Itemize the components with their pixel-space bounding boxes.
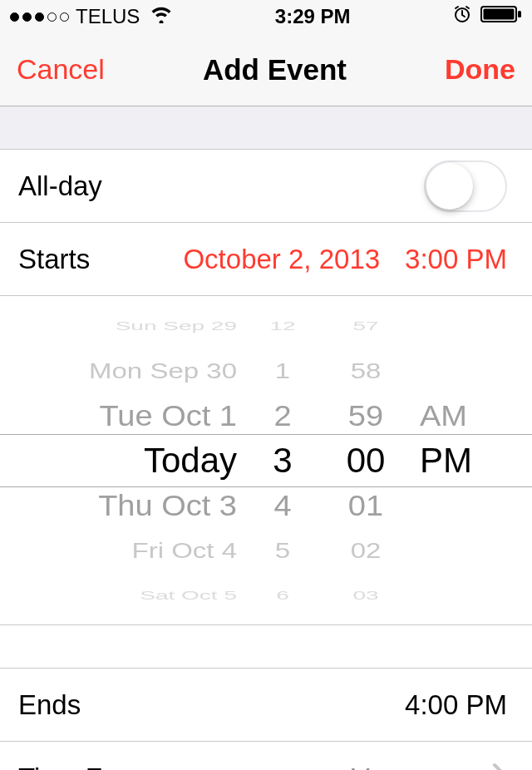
status-time: 3:29 PM bbox=[275, 5, 351, 28]
starts-label: Starts bbox=[18, 244, 90, 275]
picker-minute-option[interactable]: 59 bbox=[348, 395, 383, 437]
signal-strength-icon bbox=[10, 12, 69, 22]
section-spacer bbox=[0, 106, 532, 150]
svg-rect-3 bbox=[518, 11, 521, 17]
picker-date-option[interactable]: Tue Oct 1 bbox=[100, 395, 237, 437]
toggle-knob bbox=[426, 163, 473, 210]
starts-date-value: October 2, 2013 bbox=[183, 244, 380, 275]
starts-row[interactable]: Starts October 2, 2013 3:00 PM bbox=[0, 223, 532, 296]
picker-date-option[interactable]: Mon Sep 30 bbox=[89, 353, 237, 387]
all-day-row[interactable]: All-day bbox=[0, 150, 532, 223]
nav-header: Cancel Add Event Done bbox=[0, 33, 532, 106]
picker-date-wheel[interactable]: Sun Sep 29 Mon Sep 30 Tue Oct 1 Today Th… bbox=[0, 296, 245, 624]
ends-value: 4:00 PM bbox=[405, 689, 507, 721]
status-left: TELUS bbox=[10, 5, 173, 28]
time-zone-value: Vancouver bbox=[352, 763, 480, 770]
starts-time-value: 3:00 PM bbox=[405, 244, 507, 275]
picker-hour-option[interactable]: 12 bbox=[269, 313, 295, 338]
picker-hour-wheel[interactable]: 12 1 2 3 4 5 6 bbox=[245, 296, 320, 624]
picker-minute-option[interactable]: 01 bbox=[348, 485, 383, 526]
svg-rect-2 bbox=[484, 9, 515, 20]
picker-hour-selected[interactable]: 3 bbox=[273, 438, 292, 483]
picker-hour-option[interactable]: 2 bbox=[273, 395, 291, 437]
page-title: Add Event bbox=[203, 53, 347, 86]
all-day-label: All-day bbox=[18, 170, 102, 202]
picker-hour-option[interactable]: 5 bbox=[275, 532, 290, 567]
all-day-toggle[interactable] bbox=[424, 160, 507, 212]
picker-minute-wheel[interactable]: 57 58 59 00 01 02 03 bbox=[320, 296, 411, 624]
picker-minute-option[interactable]: 03 bbox=[352, 583, 378, 608]
picker-minute-selected[interactable]: 00 bbox=[347, 438, 386, 483]
picker-hour-option[interactable]: 1 bbox=[275, 353, 290, 387]
picker-ampm-option[interactable]: AM bbox=[420, 395, 467, 437]
status-bar: TELUS 3:29 PM bbox=[0, 0, 532, 33]
picker-minute-option[interactable]: 02 bbox=[351, 532, 382, 567]
picker-ampm-wheel[interactable]: . . AM PM . . . bbox=[411, 296, 532, 624]
picker-date-selected[interactable]: Today bbox=[144, 438, 237, 483]
picker-date-option[interactable]: Fri Oct 4 bbox=[131, 532, 237, 567]
status-right bbox=[452, 4, 522, 29]
picker-hour-option[interactable]: 4 bbox=[273, 485, 291, 526]
done-button[interactable]: Done bbox=[445, 53, 515, 86]
alarm-icon bbox=[452, 4, 472, 29]
picker-bottom-spacer bbox=[0, 625, 532, 669]
time-zone-row[interactable]: Time Zone Vancouver bbox=[0, 742, 532, 770]
time-zone-label: Time Zone bbox=[18, 763, 149, 770]
picker-date-option[interactable]: Thu Oct 3 bbox=[98, 485, 237, 526]
picker-minute-option[interactable]: 58 bbox=[351, 353, 382, 387]
battery-icon bbox=[480, 5, 522, 28]
carrier-label: TELUS bbox=[76, 5, 140, 28]
picker-date-option[interactable]: Sun Sep 29 bbox=[116, 313, 237, 338]
chevron-right-icon bbox=[492, 763, 507, 770]
date-time-picker[interactable]: Sun Sep 29 Mon Sep 30 Tue Oct 1 Today Th… bbox=[0, 296, 532, 625]
picker-date-option[interactable]: Sat Oct 5 bbox=[140, 583, 237, 608]
picker-ampm-selected[interactable]: PM bbox=[420, 438, 472, 483]
ends-label: Ends bbox=[18, 689, 81, 721]
cancel-button[interactable]: Cancel bbox=[17, 53, 105, 86]
picker-hour-option[interactable]: 6 bbox=[276, 583, 289, 608]
ends-row[interactable]: Ends 4:00 PM bbox=[0, 669, 532, 742]
picker-minute-option[interactable]: 57 bbox=[352, 313, 378, 338]
wifi-icon bbox=[150, 5, 173, 28]
